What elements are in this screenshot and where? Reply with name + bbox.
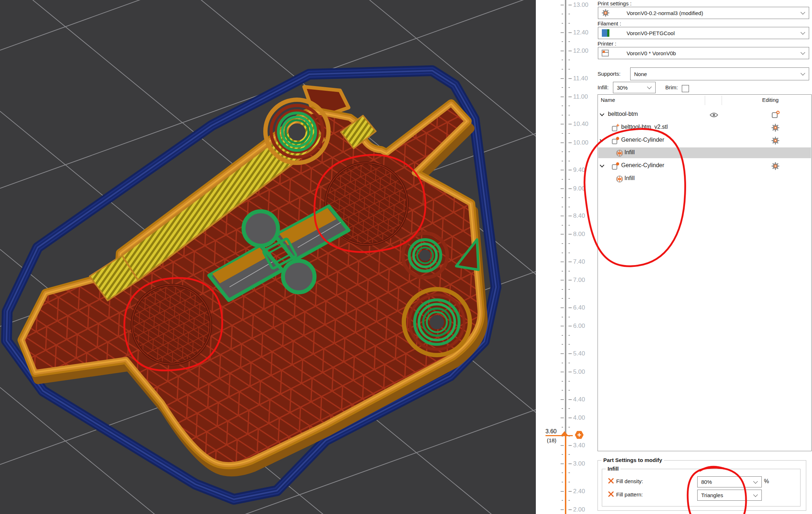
layer-tick [562, 243, 563, 244]
layer-tick [568, 418, 572, 418]
layer-tick [561, 234, 564, 235]
layer-tick [562, 105, 563, 106]
chevron-down-icon [801, 71, 805, 76]
layer-tick [568, 32, 572, 33]
remove-fill-density-button[interactable] [608, 478, 614, 484]
chevron-down-icon [753, 492, 758, 497]
layer-tick [568, 96, 572, 97]
layer-tick [568, 509, 572, 510]
layer-height-label: 6.40 [573, 304, 595, 311]
layer-tick [568, 472, 570, 473]
layer-tick [568, 23, 570, 24]
add-height-range-button[interactable] [575, 431, 584, 439]
object-tree: Name Editing belttool-btmbelttool-btm_v2… [598, 94, 812, 451]
chevron-down-icon [801, 50, 805, 55]
layer-height-label: 9.40 [573, 166, 595, 174]
infill-label: Infill: [598, 84, 609, 90]
chevron-down-icon [647, 85, 652, 89]
layer-tick [562, 69, 563, 70]
layer-slider-track[interactable] [565, 0, 566, 436]
tree-row-generic-cylinder[interactable]: Generic-Cylinder [598, 160, 811, 171]
layer-tick [562, 454, 563, 455]
eye-icon[interactable] [709, 112, 718, 118]
layer-height-label: 11.40 [573, 75, 595, 82]
layer-tick [568, 399, 572, 400]
layer-tick [568, 142, 572, 143]
layer-tick [562, 363, 563, 363]
tree-item-label: Generic-Cylinder [621, 137, 664, 143]
layer-tick [568, 408, 570, 409]
layer-tick [562, 335, 563, 336]
layer-tick [561, 463, 564, 464]
layer-height-label: 2.00 [573, 506, 595, 513]
layer-tick [568, 445, 572, 446]
layer-tick [568, 87, 570, 88]
tree-row-infill[interactable]: Infill [598, 147, 811, 158]
printer-label: Printer : [598, 41, 617, 47]
part-dot-icon [611, 136, 620, 145]
supports-combo[interactable]: None [630, 67, 809, 80]
printer-combo[interactable]: VoronV0 * VoronV0b [598, 47, 809, 59]
fill-pattern-label: Fill pattern: [616, 491, 643, 498]
layer-tick [568, 133, 570, 134]
brim-label: Brim: [665, 84, 678, 90]
layer-slider-handle[interactable] [561, 431, 568, 435]
fill-pattern-combo[interactable]: Triangles [697, 490, 762, 501]
layer-tick [568, 289, 570, 290]
layer-tick [568, 78, 572, 79]
layer-height-label: 10.40 [573, 121, 595, 128]
layer-tick [568, 216, 572, 216]
tree-row-infill[interactable]: Infill [598, 173, 811, 184]
sliced-model-preview [0, 0, 536, 514]
gear-icon[interactable] [771, 123, 780, 132]
layer-tick [568, 491, 572, 492]
infill-group: Infill [602, 469, 801, 506]
column-header-name[interactable]: Name [601, 97, 615, 103]
remove-fill-pattern-button[interactable] [608, 491, 614, 497]
fill-density-combo[interactable]: 80% [697, 476, 762, 487]
layer-tick [568, 253, 570, 253]
brim-checkbox[interactable] [682, 85, 689, 92]
expander-chevron-icon[interactable] [600, 163, 604, 168]
layer-tick [568, 188, 572, 189]
layer-tick [562, 381, 563, 382]
tree-row-generic-cylinder[interactable]: Generic-Cylinder [598, 135, 811, 146]
infill-ball-icon [615, 149, 624, 157]
tree-row-belttool-btm[interactable]: belttool-btm [598, 109, 811, 120]
layer-height-label: 2.40 [573, 488, 595, 495]
layer-tick [562, 317, 563, 317]
supports-label: Supports: [598, 71, 620, 77]
layer-height-label: 9.00 [573, 185, 595, 192]
layer-tick [562, 344, 563, 345]
infill-combo[interactable]: 30% [613, 82, 656, 93]
layer-tick [561, 261, 564, 262]
part-plus-icon [611, 123, 620, 132]
gear-icon[interactable] [771, 136, 780, 145]
layer-tick [568, 69, 570, 70]
object-settings-icon[interactable] [771, 110, 780, 119]
fill-density-unit: % [764, 478, 769, 485]
layer-slider[interactable]: 13.0012.4012.0011.4011.0010.4010.009.409… [536, 0, 597, 514]
3d-viewport[interactable] [0, 0, 536, 514]
layer-tick [562, 179, 563, 180]
printer-icon [601, 49, 609, 57]
layer-tick [561, 372, 564, 372]
layer-tick [568, 151, 570, 152]
layer-tick [568, 307, 572, 308]
filament-combo[interactable]: VoronV0-PETGCool [598, 27, 809, 39]
layer-height-label: 8.00 [573, 231, 595, 238]
column-header-editing[interactable]: Editing [762, 97, 779, 103]
layer-tick [568, 197, 570, 198]
fill-pattern-value: Triangles [701, 492, 723, 498]
expander-chevron-icon[interactable] [600, 137, 604, 142]
tree-row-belttool-btm-v2-stl[interactable]: belttool-btm_v2.stl [598, 122, 811, 133]
gear-icon[interactable] [771, 162, 780, 170]
layer-slider-track-active[interactable] [565, 436, 566, 514]
print-settings-combo[interactable]: VoronV0-0.2-normal3 (modified) [598, 7, 809, 19]
expander-chevron-icon[interactable] [600, 112, 604, 116]
layer-tick [562, 482, 563, 482]
layer-height-label: 5.40 [573, 350, 595, 357]
layer-tick [568, 427, 570, 428]
layer-tick [568, 124, 572, 124]
tree-item-label: belttool-btm_v2.stl [621, 124, 668, 130]
